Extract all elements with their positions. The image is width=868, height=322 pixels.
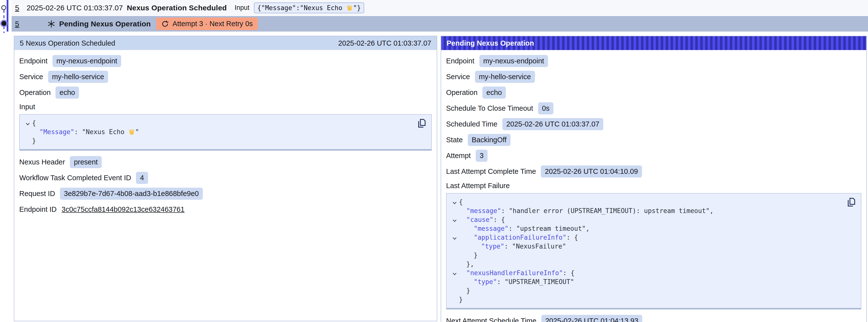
code-gutter <box>450 278 459 281</box>
json-key: "nexusHandlerFailureInfo" <box>466 269 563 277</box>
field-label: Next Attempt Schedule Time <box>446 317 536 322</box>
code-gutter <box>23 136 32 140</box>
code-gutter <box>450 268 459 275</box>
collapse-caret-icon[interactable] <box>453 271 457 276</box>
json-text: } <box>459 296 463 303</box>
copy-icon[interactable] <box>846 197 857 207</box>
input-section-label: Input <box>19 103 35 111</box>
json-key: "message" <box>466 207 501 215</box>
endpoint-id-link[interactable]: 3c0c75ccfa8144b092c13ce632463761 <box>62 205 185 214</box>
field-row: Schedule To Close Timeout 0s <box>446 100 861 116</box>
code-gutter <box>450 295 459 298</box>
retry-icon <box>161 20 169 28</box>
code-line-content: } <box>459 251 478 260</box>
panel-pending-nexus-operation: Pending Nexus Operation Endpoint my-nexu… <box>441 36 867 322</box>
field-value-chip: my-hello-service <box>48 71 108 83</box>
collapse-caret-icon[interactable] <box>453 200 457 204</box>
json-text: : "NexusFailure" <box>504 243 566 250</box>
code-line-content: } <box>459 295 463 304</box>
code-line: "type": "UPSTREAM_TIMEOUT" <box>450 278 844 286</box>
code-line-content: "type": "NexusFailure" <box>459 242 566 251</box>
field-value-chip: 2025-02-26 UTC 01:03:37.07 <box>502 118 603 130</box>
json-text: { <box>459 198 463 205</box>
left-panel-title: 5 Nexus Operation Scheduled <box>20 39 115 47</box>
collapse-caret-icon[interactable] <box>453 218 457 222</box>
code-line-content: "message": "upstream timeout", <box>459 224 590 233</box>
event-id-link[interactable]: 5 <box>15 20 19 28</box>
event-id-link[interactable]: 5 <box>15 4 19 12</box>
code-line-content: } <box>32 136 36 145</box>
right-panel-body: Endpoint my-nexus-endpoint Service my-he… <box>441 50 866 322</box>
field-value-chip: BackingOff <box>468 134 510 146</box>
code-line: } <box>450 286 844 295</box>
field-row: Endpoint my-nexus-endpoint <box>19 53 432 69</box>
field-row: Endpoint my-nexus-endpoint <box>446 53 861 69</box>
field-row: Attempt 3 <box>446 148 861 163</box>
code-line-content: "cause": { <box>459 215 505 224</box>
failure-section-label-row: Last Attempt Failure <box>446 179 861 192</box>
field-label: Scheduled Time <box>446 120 497 128</box>
field-value-chip: echo <box>483 87 506 99</box>
field-label: Attempt <box>446 152 471 160</box>
retry-badge-label: Attempt 3 · Next Retry 0s <box>173 20 253 28</box>
field-label: Endpoint ID <box>19 205 57 214</box>
field-row: Operation echo <box>19 85 432 100</box>
json-key: "type" <box>481 243 504 250</box>
left-panel-header: 5 Nexus Operation Scheduled 2025-02-26 U… <box>14 36 437 50</box>
code-gutter <box>450 251 459 254</box>
event-input-label: Input <box>235 4 249 11</box>
code-line: "Message": "Nexus Echo " <box>23 127 414 136</box>
code-line-content: "type": "UPSTREAM_TIMEOUT" <box>459 278 574 286</box>
json-text: : "upstream timeout", <box>508 225 590 232</box>
collapse-caret-icon[interactable] <box>453 236 457 240</box>
field-row: Last Attempt Complete Time 2025-02-26 UT… <box>446 163 861 179</box>
field-label: Operation <box>19 89 51 97</box>
json-key: "applicationFailureInfo" <box>474 234 566 241</box>
code-gutter <box>450 260 459 263</box>
retry-badge: Attempt 3 · Next Retry 0s <box>156 18 258 30</box>
field-label: Endpoint <box>19 57 48 65</box>
collapse-caret-icon[interactable] <box>26 122 30 126</box>
code-line: } <box>450 251 844 260</box>
failure-json-block: {"message": "handler error (UPSTREAM_TIM… <box>446 193 861 310</box>
wave-emoji <box>128 128 135 136</box>
field-label: Operation <box>446 89 477 97</box>
code-line-content: "Message": "Nexus Echo " <box>32 127 139 136</box>
code-line: } <box>23 136 414 145</box>
json-text: : "handler error (UPSTREAM_TIMEOUT): ups… <box>501 207 714 215</box>
json-text: : "Nexus Echo " <box>74 128 139 136</box>
code-line: "applicationFailureInfo": { <box>450 233 844 242</box>
json-text: : { <box>563 269 575 277</box>
field-label: State <box>446 136 463 144</box>
json-text: : "UPSTREAM_TIMEOUT" <box>497 278 574 286</box>
json-text: } <box>32 137 36 144</box>
json-key: "Message" <box>39 128 74 136</box>
field-label: Workflow Task Completed Event ID <box>19 174 131 182</box>
field-row: Endpoint ID 3c0c75ccfa8144b092c13ce63246… <box>19 201 432 217</box>
failure-section-label: Last Attempt Failure <box>446 182 510 190</box>
right-panel-title: Pending Nexus Operation <box>446 39 534 47</box>
pending-title: Pending Nexus Operation <box>59 20 151 28</box>
field-row: Service my-hello-service <box>19 69 432 85</box>
event-title: Nexus Operation Scheduled <box>127 4 227 12</box>
json-key: "cause" <box>466 216 493 223</box>
code-gutter <box>450 197 459 204</box>
code-line-content: "message": "handler error (UPSTREAM_TIME… <box>459 206 714 215</box>
wave-emoji <box>346 4 353 11</box>
code-line-content: } <box>459 286 470 295</box>
event-row-nexus-operation-scheduled[interactable]: 5 2025-02-26 UTC 01:03:37.07 Nexus Opera… <box>11 0 868 15</box>
code-gutter <box>23 127 32 131</box>
code-line-content: "applicationFailureInfo": { <box>459 233 578 242</box>
field-label: Service <box>446 73 470 81</box>
field-row: State BackingOff <box>446 132 861 148</box>
event-row-pending-nexus-operation[interactable]: 5 Pending Nexus Operation Attempt 3 · Ne… <box>11 16 868 32</box>
left-panel-body: Endpoint my-nexus-endpoint Service my-he… <box>14 50 437 217</box>
right-panel-header: Pending Nexus Operation <box>441 36 866 50</box>
json-key: "message" <box>474 225 508 232</box>
json-text: } <box>466 287 470 294</box>
field-row: Scheduled Time 2025-02-26 UTC 01:03:37.0… <box>446 116 861 132</box>
field-value-chip: my-nexus-endpoint <box>479 55 548 67</box>
field-value-chip: 4 <box>136 172 148 184</box>
field-value-chip: 3e829b7e-7d67-4b08-aad3-b1e868bfe9e0 <box>60 188 203 200</box>
copy-icon[interactable] <box>416 118 427 128</box>
